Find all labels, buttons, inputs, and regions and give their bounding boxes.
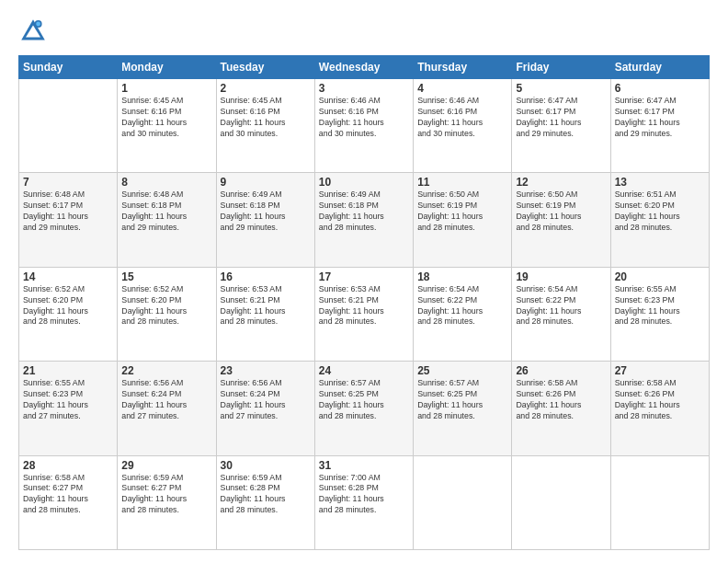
day-number: 6: [615, 82, 705, 95]
day-number: 7: [23, 176, 113, 189]
day-info: Sunrise: 7:00 AM Sunset: 6:28 PM Dayligh…: [319, 473, 409, 517]
calendar-cell: 27Sunrise: 6:58 AM Sunset: 6:26 PM Dayli…: [610, 362, 709, 455]
day-info: Sunrise: 6:49 AM Sunset: 6:18 PM Dayligh…: [221, 190, 311, 234]
calendar-cell: 16Sunrise: 6:53 AM Sunset: 6:21 PM Dayli…: [216, 267, 314, 361]
day-number: 17: [319, 270, 409, 283]
day-info: Sunrise: 6:56 AM Sunset: 6:24 PM Dayligh…: [221, 378, 311, 422]
day-header-tuesday: Tuesday: [216, 56, 314, 79]
day-header-monday: Monday: [118, 56, 216, 79]
day-info: Sunrise: 6:59 AM Sunset: 6:28 PM Dayligh…: [221, 473, 311, 517]
calendar-cell: 14Sunrise: 6:52 AM Sunset: 6:20 PM Dayli…: [19, 267, 118, 361]
week-row-5: 28Sunrise: 6:58 AM Sunset: 6:27 PM Dayli…: [19, 455, 710, 549]
calendar-cell: 26Sunrise: 6:58 AM Sunset: 6:26 PM Dayli…: [512, 362, 610, 455]
day-number: 3: [319, 82, 409, 95]
day-number: 12: [516, 176, 606, 189]
calendar-cell: 9Sunrise: 6:49 AM Sunset: 6:18 PM Daylig…: [216, 173, 314, 267]
page: SundayMondayTuesdayWednesdayThursdayFrid…: [0, 0, 728, 563]
day-number: 18: [417, 270, 507, 283]
day-header-saturday: Saturday: [610, 56, 709, 79]
calendar-cell: 6Sunrise: 6:47 AM Sunset: 6:17 PM Daylig…: [610, 79, 709, 173]
day-info: Sunrise: 6:55 AM Sunset: 6:23 PM Dayligh…: [615, 284, 705, 328]
calendar-table: SundayMondayTuesdayWednesdayThursdayFrid…: [18, 55, 710, 550]
day-info: Sunrise: 6:46 AM Sunset: 6:16 PM Dayligh…: [319, 96, 409, 140]
calendar-cell: 10Sunrise: 6:49 AM Sunset: 6:18 PM Dayli…: [314, 173, 413, 267]
calendar-cell: [19, 79, 118, 173]
day-number: 31: [319, 459, 409, 472]
day-info: Sunrise: 6:58 AM Sunset: 6:26 PM Dayligh…: [516, 378, 606, 422]
week-row-3: 14Sunrise: 6:52 AM Sunset: 6:20 PM Dayli…: [19, 267, 710, 361]
week-row-4: 21Sunrise: 6:55 AM Sunset: 6:23 PM Dayli…: [19, 362, 710, 455]
day-info: Sunrise: 6:45 AM Sunset: 6:16 PM Dayligh…: [121, 96, 211, 140]
calendar-cell: 7Sunrise: 6:48 AM Sunset: 6:17 PM Daylig…: [19, 173, 118, 267]
day-number: 8: [121, 176, 211, 189]
calendar-cell: 28Sunrise: 6:58 AM Sunset: 6:27 PM Dayli…: [19, 455, 118, 549]
day-info: Sunrise: 6:46 AM Sunset: 6:16 PM Dayligh…: [417, 96, 507, 140]
calendar-cell: 17Sunrise: 6:53 AM Sunset: 6:21 PM Dayli…: [314, 267, 413, 361]
day-info: Sunrise: 6:54 AM Sunset: 6:22 PM Dayligh…: [417, 284, 507, 328]
day-info: Sunrise: 6:51 AM Sunset: 6:20 PM Dayligh…: [615, 190, 705, 234]
day-number: 11: [417, 176, 507, 189]
week-row-1: 1Sunrise: 6:45 AM Sunset: 6:16 PM Daylig…: [19, 79, 710, 173]
day-number: 21: [23, 364, 113, 377]
day-number: 23: [221, 364, 311, 377]
day-number: 22: [121, 364, 211, 377]
day-header-sunday: Sunday: [19, 56, 118, 79]
day-number: 25: [417, 364, 507, 377]
day-info: Sunrise: 6:57 AM Sunset: 6:25 PM Dayligh…: [319, 378, 409, 422]
day-header-thursday: Thursday: [414, 56, 512, 79]
day-number: 16: [221, 270, 311, 283]
calendar-cell: 21Sunrise: 6:55 AM Sunset: 6:23 PM Dayli…: [19, 362, 118, 455]
day-number: 5: [516, 82, 606, 95]
calendar-cell: 18Sunrise: 6:54 AM Sunset: 6:22 PM Dayli…: [414, 267, 512, 361]
calendar-cell: 25Sunrise: 6:57 AM Sunset: 6:25 PM Dayli…: [414, 362, 512, 455]
day-info: Sunrise: 6:58 AM Sunset: 6:27 PM Dayligh…: [23, 473, 113, 517]
logo: [18, 17, 51, 46]
calendar-cell: 12Sunrise: 6:50 AM Sunset: 6:19 PM Dayli…: [512, 173, 610, 267]
day-info: Sunrise: 6:53 AM Sunset: 6:21 PM Dayligh…: [221, 284, 311, 328]
calendar-cell: 8Sunrise: 6:48 AM Sunset: 6:18 PM Daylig…: [118, 173, 216, 267]
day-info: Sunrise: 6:59 AM Sunset: 6:27 PM Dayligh…: [121, 473, 211, 517]
calendar-cell: [610, 455, 709, 549]
calendar-cell: 3Sunrise: 6:46 AM Sunset: 6:16 PM Daylig…: [314, 79, 413, 173]
calendar-cell: 22Sunrise: 6:56 AM Sunset: 6:24 PM Dayli…: [118, 362, 216, 455]
day-info: Sunrise: 6:47 AM Sunset: 6:17 PM Dayligh…: [615, 96, 705, 140]
svg-point-3: [36, 22, 40, 27]
day-info: Sunrise: 6:53 AM Sunset: 6:21 PM Dayligh…: [319, 284, 409, 328]
week-row-2: 7Sunrise: 6:48 AM Sunset: 6:17 PM Daylig…: [19, 173, 710, 267]
header: [18, 17, 710, 46]
calendar-cell: [414, 455, 512, 549]
day-info: Sunrise: 6:49 AM Sunset: 6:18 PM Dayligh…: [319, 190, 409, 234]
day-number: 24: [319, 364, 409, 377]
day-number: 30: [221, 459, 311, 472]
day-info: Sunrise: 6:47 AM Sunset: 6:17 PM Dayligh…: [516, 96, 606, 140]
day-info: Sunrise: 6:48 AM Sunset: 6:18 PM Dayligh…: [121, 190, 211, 234]
calendar-cell: 15Sunrise: 6:52 AM Sunset: 6:20 PM Dayli…: [118, 267, 216, 361]
day-number: 2: [221, 82, 311, 95]
calendar-cell: 19Sunrise: 6:54 AM Sunset: 6:22 PM Dayli…: [512, 267, 610, 361]
day-number: 15: [121, 270, 211, 283]
day-info: Sunrise: 6:50 AM Sunset: 6:19 PM Dayligh…: [417, 190, 507, 234]
calendar-cell: 1Sunrise: 6:45 AM Sunset: 6:16 PM Daylig…: [118, 79, 216, 173]
day-number: 1: [121, 82, 211, 95]
calendar-cell: 30Sunrise: 6:59 AM Sunset: 6:28 PM Dayli…: [216, 455, 314, 549]
day-header-friday: Friday: [512, 56, 610, 79]
day-info: Sunrise: 6:50 AM Sunset: 6:19 PM Dayligh…: [516, 190, 606, 234]
day-number: 27: [615, 364, 705, 377]
day-number: 14: [23, 270, 113, 283]
calendar-cell: 31Sunrise: 7:00 AM Sunset: 6:28 PM Dayli…: [314, 455, 413, 549]
day-info: Sunrise: 6:45 AM Sunset: 6:16 PM Dayligh…: [221, 96, 311, 140]
calendar-cell: 24Sunrise: 6:57 AM Sunset: 6:25 PM Dayli…: [314, 362, 413, 455]
day-number: 29: [121, 459, 211, 472]
calendar-cell: 20Sunrise: 6:55 AM Sunset: 6:23 PM Dayli…: [610, 267, 709, 361]
day-number: 13: [615, 176, 705, 189]
day-number: 10: [319, 176, 409, 189]
day-info: Sunrise: 6:56 AM Sunset: 6:24 PM Dayligh…: [121, 378, 211, 422]
calendar-cell: 29Sunrise: 6:59 AM Sunset: 6:27 PM Dayli…: [118, 455, 216, 549]
day-info: Sunrise: 6:54 AM Sunset: 6:22 PM Dayligh…: [516, 284, 606, 328]
day-number: 4: [417, 82, 507, 95]
day-info: Sunrise: 6:52 AM Sunset: 6:20 PM Dayligh…: [23, 284, 113, 328]
calendar-cell: 5Sunrise: 6:47 AM Sunset: 6:17 PM Daylig…: [512, 79, 610, 173]
day-header-wednesday: Wednesday: [314, 56, 413, 79]
day-number: 26: [516, 364, 606, 377]
day-number: 9: [221, 176, 311, 189]
